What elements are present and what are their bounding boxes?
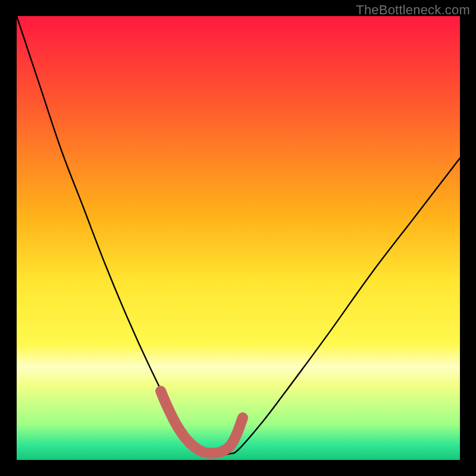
gradient-background	[17, 16, 460, 460]
watermark-text: TheBottleneck.com	[356, 2, 470, 18]
chart-frame: { "watermark": "TheBottleneck.com", "cha…	[0, 0, 476, 476]
bottleneck-chart	[0, 0, 476, 476]
